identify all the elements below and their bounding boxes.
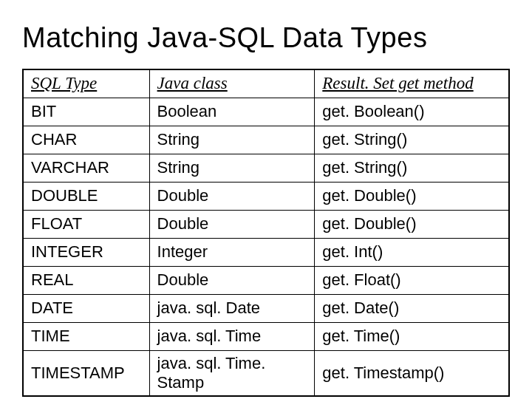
cell-method: get. Int() [315,238,509,266]
cell-method: get. Timestamp() [315,350,509,396]
cell-sql: BIT [23,98,149,126]
data-types-table: SQL Type Java class Result. Set get meth… [22,69,510,397]
cell-java: Double [149,182,315,210]
cell-sql: DATE [23,294,149,322]
cell-java: Double [149,266,315,294]
table-row: DATE java. sql. Date get. Date() [23,294,509,322]
table-header-row: SQL Type Java class Result. Set get meth… [23,69,509,98]
cell-sql: DOUBLE [23,182,149,210]
cell-java: Boolean [149,98,315,126]
cell-method: get. Float() [315,266,509,294]
header-sql-type: SQL Type [23,69,149,98]
cell-sql: CHAR [23,126,149,154]
table-row: TIMESTAMP java. sql. Time. Stamp get. Ti… [23,350,509,396]
cell-method: get. Double() [315,210,509,238]
cell-java: String [149,154,315,182]
cell-java: java. sql. Time [149,322,315,350]
table-body: BIT Boolean get. Boolean() CHAR String g… [23,98,509,396]
table-row: INTEGER Integer get. Int() [23,238,509,266]
cell-method: get. String() [315,154,509,182]
cell-java: Double [149,210,315,238]
cell-method: get. Double() [315,182,509,210]
table-row: CHAR String get. String() [23,126,509,154]
table-row: BIT Boolean get. Boolean() [23,98,509,126]
table-row: TIME java. sql. Time get. Time() [23,322,509,350]
cell-java: Integer [149,238,315,266]
cell-sql: FLOAT [23,210,149,238]
table-row: REAL Double get. Float() [23,266,509,294]
cell-sql: VARCHAR [23,154,149,182]
table-row: FLOAT Double get. Double() [23,210,509,238]
page-title: Matching Java-SQL Data Types [22,22,510,54]
cell-sql: REAL [23,266,149,294]
header-resultset-method: Result. Set get method [315,69,509,98]
cell-method: get. Time() [315,322,509,350]
cell-java: java. sql. Time. Stamp [149,350,315,396]
cell-method: get. String() [315,126,509,154]
table-row: VARCHAR String get. String() [23,154,509,182]
cell-java: java. sql. Date [149,294,315,322]
header-java-class: Java class [149,69,315,98]
cell-method: get. Boolean() [315,98,509,126]
cell-method: get. Date() [315,294,509,322]
cell-sql: TIMESTAMP [23,350,149,396]
cell-sql: INTEGER [23,238,149,266]
cell-java: String [149,126,315,154]
table-row: DOUBLE Double get. Double() [23,182,509,210]
cell-sql: TIME [23,322,149,350]
